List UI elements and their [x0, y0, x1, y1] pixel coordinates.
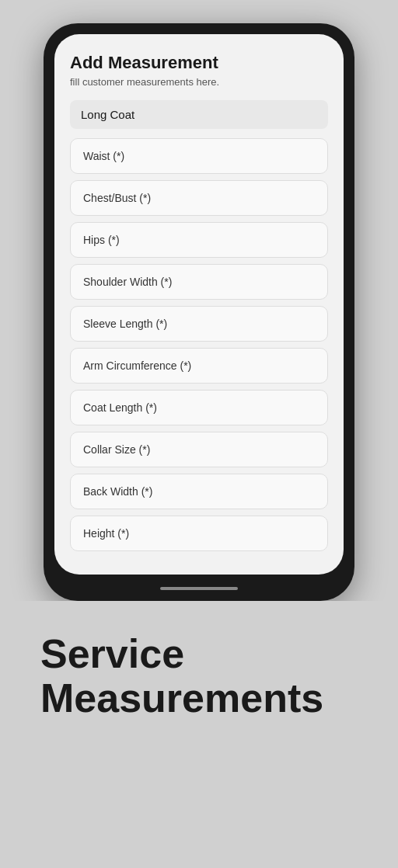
field-item[interactable]: Arm Circumference (*): [70, 348, 328, 384]
screen-subtitle: fill customer measurements here.: [70, 76, 328, 88]
phone-frame: Add Measurement fill customer measuremen…: [44, 23, 354, 601]
field-item[interactable]: Sleeve Length (*): [70, 306, 328, 342]
field-item[interactable]: Hips (*): [70, 222, 328, 258]
phone-wrapper: Add Measurement fill customer measuremen…: [36, 0, 362, 601]
phone-screen: Add Measurement fill customer measuremen…: [54, 34, 344, 575]
field-item[interactable]: Coat Length (*): [70, 390, 328, 425]
field-item[interactable]: Chest/Bust (*): [70, 180, 328, 216]
field-item[interactable]: Back Width (*): [70, 474, 328, 509]
category-label: Long Coat: [70, 100, 328, 129]
field-item[interactable]: Shoulder Width (*): [70, 264, 328, 300]
field-item[interactable]: Collar Size (*): [70, 432, 328, 467]
field-item[interactable]: Height (*): [70, 516, 328, 551]
home-indicator: [160, 587, 238, 590]
field-list: Waist (*)Chest/Bust (*)Hips (*)Shoulder …: [70, 138, 328, 551]
service-title: Service Measurements: [40, 632, 358, 720]
screen-title: Add Measurement: [70, 53, 328, 73]
field-item[interactable]: Waist (*): [70, 138, 328, 174]
service-section: Service Measurements: [0, 601, 398, 752]
